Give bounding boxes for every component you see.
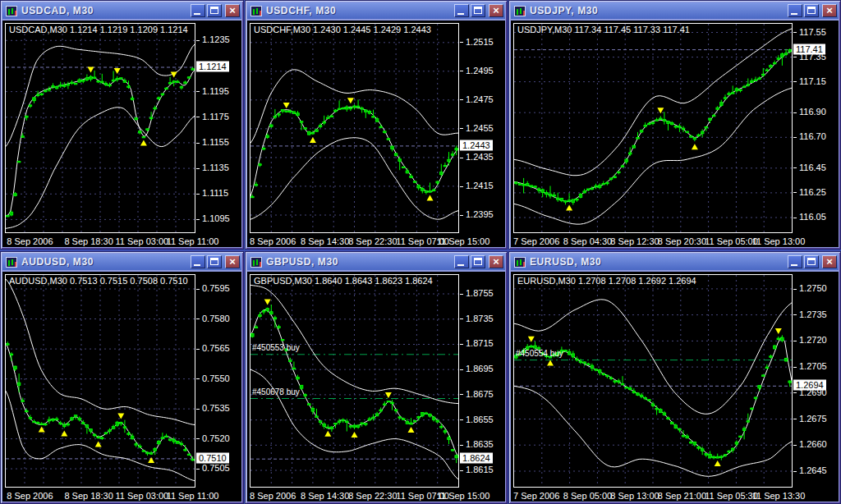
- maximize-button[interactable]: [471, 255, 485, 268]
- minimize-icon: [791, 264, 797, 266]
- time-tick-label: 8 Sep 05:00: [563, 491, 612, 501]
- titlebar[interactable]: AUDUSD, M30 ×: [2, 254, 241, 270]
- titlebar[interactable]: USDCAD, M30 ×: [2, 2, 241, 19]
- minimize-button[interactable]: [454, 255, 469, 268]
- minimize-button[interactable]: [788, 4, 802, 17]
- minimize-button[interactable]: [454, 4, 469, 17]
- price-tick-label: 1.2415: [460, 181, 494, 190]
- close-icon: ×: [823, 4, 836, 17]
- price-tick-label: 1.2645: [793, 465, 827, 475]
- close-icon: ×: [226, 255, 239, 268]
- close-button[interactable]: ×: [822, 255, 837, 268]
- close-icon: ×: [489, 255, 503, 268]
- price-tick-label: 1.2495: [460, 66, 494, 76]
- price-tick-label: 1.8735: [460, 314, 494, 323]
- chart-icon: [250, 257, 262, 268]
- ohlc-readout: USDJPY,M30 117.34 117.45 117.33 117.41: [517, 25, 690, 34]
- chart-window-audusd[interactable]: AUDUSD, M30 × AUDUSD,M30 0.7513 0.7515 0…: [0, 251, 244, 504]
- price-axis: 1.25151.24951.24751.24551.24351.24151.23…: [459, 23, 505, 233]
- price-tick-label: 1.2675: [793, 414, 827, 424]
- price-axis: 1.87551.87351.87151.86951.86751.86551.86…: [459, 274, 505, 488]
- ohlc-readout: EURUSD,M30 1.2708 1.2708 1.2692 1.2694: [517, 276, 696, 286]
- plot-frame: [250, 23, 459, 233]
- chart-window-usdcad[interactable]: USDCAD, M30 × USDCAD,M30 1.1214 1.1219 1…: [0, 0, 244, 250]
- price-tick-label: 117.15: [793, 76, 826, 86]
- time-axis: 8 Sep 20068 Sep 18:3011 Sep 03:0011 Sep …: [5, 235, 241, 246]
- close-button[interactable]: ×: [489, 255, 503, 268]
- titlebar[interactable]: USDJPY, M30 ×: [511, 2, 839, 19]
- price-tick-label: 1.1095: [196, 213, 230, 223]
- plot-frame: [513, 274, 793, 488]
- chart-area[interactable]: USDCAD,M30 1.1214 1.1219 1.1209 1.1214 1…: [2, 21, 241, 247]
- price-axis: 0.75950.75800.75650.75500.75350.75200.75…: [195, 274, 241, 488]
- chart-window-gbpusd[interactable]: GBPUSD, M30 × GBPUSD,M30 1.8640 1.8643 1…: [245, 251, 508, 504]
- chart-window-usdchf[interactable]: USDCHF, M30 × USDCHF,M30 1.2430 1.2445 1…: [245, 0, 508, 250]
- current-price-tag: 0.7510: [196, 452, 229, 463]
- price-tick-label: 0.7595: [196, 283, 230, 293]
- price-tick-label: 1.2455: [460, 123, 494, 133]
- close-button[interactable]: ×: [225, 4, 240, 17]
- price-tick-label: 1.2705: [793, 361, 827, 371]
- price-axis: 1.12351.11951.11751.11551.11351.11151.10…: [195, 23, 241, 233]
- maximize-button[interactable]: [804, 255, 819, 268]
- maximize-button[interactable]: [804, 4, 819, 17]
- current-price-tag: 1.8624: [460, 453, 493, 464]
- window-title: USDCAD, M30: [21, 5, 187, 16]
- time-tick-label: 8 Sep 21:00: [658, 491, 706, 501]
- chart-window-eurusd[interactable]: EURUSD, M30 × EURUSD,M30 1.2708 1.2708 1…: [508, 251, 841, 504]
- minimize-button[interactable]: [788, 255, 802, 268]
- price-tick-label: 1.8675: [460, 389, 494, 399]
- titlebar[interactable]: GBPUSD, M30 ×: [247, 254, 505, 270]
- close-button[interactable]: ×: [489, 4, 503, 17]
- price-tick-label: 1.2395: [460, 209, 494, 219]
- chart-area[interactable]: USDCHF,M30 1.2430 1.2445 1.2429 1.2443 1…: [247, 21, 505, 247]
- maximize-icon: [474, 258, 482, 265]
- chart-area[interactable]: GBPUSD,M30 1.8640 1.8643 1.8623 1.8624 1…: [247, 272, 505, 502]
- time-tick-label: 7 Sep 2006: [513, 236, 559, 246]
- close-button[interactable]: ×: [822, 4, 837, 17]
- window-title: AUDUSD, M30: [21, 256, 187, 268]
- time-tick-label: 8 Sep 04:30: [563, 236, 612, 246]
- maximize-icon: [807, 258, 816, 265]
- close-icon: ×: [823, 255, 836, 268]
- time-tick-label: 8 Sep 18:30: [64, 491, 113, 501]
- maximize-button[interactable]: [207, 4, 222, 17]
- titlebar[interactable]: USDCHF, M30 ×: [247, 2, 505, 19]
- ohlc-readout: AUDUSD,M30 0.7513 0.7515 0.7508 0.7510: [9, 276, 188, 286]
- chart-area[interactable]: AUDUSD,M30 0.7513 0.7515 0.7508 0.7510 0…: [2, 272, 241, 502]
- price-tick-label: 116.90: [793, 107, 826, 117]
- order-annotation-label: #450553 buy: [252, 343, 300, 352]
- time-tick-label: 8 Sep 2006: [250, 491, 296, 501]
- current-price-tag: 117.41: [793, 44, 825, 54]
- minimize-button[interactable]: [191, 255, 205, 268]
- chart-window-usdjpy[interactable]: USDJPY, M30 × USDJPY,M30 117.34 117.45 1…: [508, 0, 841, 250]
- price-tick-label: 1.2750: [793, 283, 827, 293]
- chart-area[interactable]: EURUSD,M30 1.2708 1.2708 1.2692 1.2694 1…: [511, 272, 839, 502]
- titlebar[interactable]: EURUSD, M30 ×: [511, 254, 839, 270]
- current-price-tag: 1.2694: [793, 380, 826, 391]
- price-tick-label: 116.05: [793, 212, 826, 222]
- minimize-icon: [457, 13, 464, 15]
- window-title: GBPUSD, M30: [266, 256, 451, 268]
- time-tick-label: 8 Sep 12:30: [610, 236, 659, 246]
- close-button[interactable]: ×: [225, 255, 240, 268]
- price-tick-label: 1.1155: [196, 137, 229, 147]
- time-tick-label: 11 Sep 05:30: [705, 491, 758, 501]
- chart-area[interactable]: USDJPY,M30 117.34 117.45 117.33 117.41 1…: [511, 21, 839, 247]
- minimize-icon: [194, 13, 200, 15]
- maximize-button[interactable]: [471, 4, 485, 17]
- maximize-button[interactable]: [207, 255, 222, 268]
- time-axis: 8 Sep 20068 Sep 18:3011 Sep 03:0011 Sep …: [5, 489, 241, 501]
- time-tick-label: 11 Sep 13:30: [752, 491, 806, 501]
- minimize-button[interactable]: [191, 4, 205, 17]
- time-tick-label: 8 Sep 2006: [7, 491, 53, 501]
- time-tick-label: 8 Sep 13:00: [610, 491, 659, 501]
- price-tick-label: 0.7580: [196, 314, 230, 323]
- plot-frame: [5, 23, 195, 233]
- price-tick-label: 1.2515: [460, 37, 494, 47]
- price-tick-label: 1.1195: [196, 86, 229, 96]
- time-tick-label: 11 Sep 03:00: [116, 236, 169, 246]
- time-tick-label: 11 Sep 11:00: [167, 491, 219, 501]
- price-tick-label: 1.8635: [460, 439, 494, 449]
- time-tick-label: 8 Sep 2006: [7, 236, 53, 246]
